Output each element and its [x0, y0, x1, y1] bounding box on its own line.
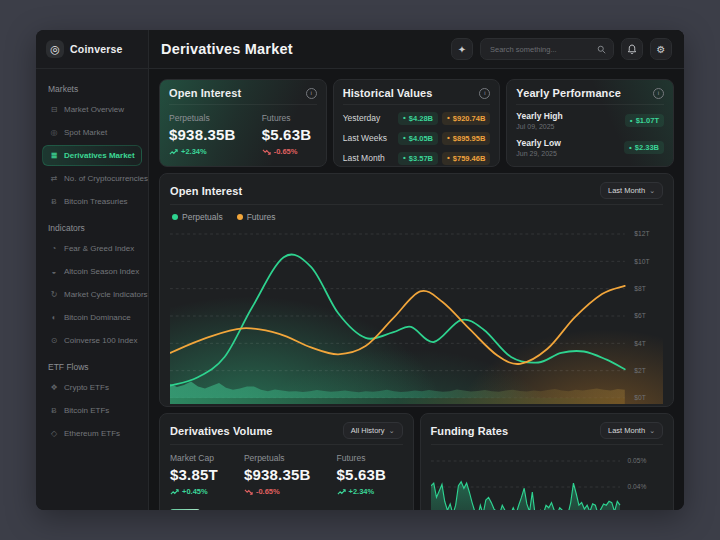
- derivatives-volume-card: Derivatives Volume All History ⌄ Market …: [159, 413, 414, 510]
- svg-text:$4T: $4T: [634, 340, 646, 347]
- value-badge-orange: •$759.46B: [442, 152, 490, 165]
- ai-assistant-button[interactable]: ✦: [451, 38, 473, 60]
- stat-label: Market Cap: [170, 453, 218, 463]
- stat-value: $5.63B: [337, 466, 387, 483]
- bell-icon: [627, 44, 637, 55]
- bottom-cards-row: Derivatives Volume All History ⌄ Market …: [159, 413, 674, 500]
- sidebar-item-bitcoin-dominance[interactable]: ◐Bitcoin Dominance: [42, 307, 142, 328]
- sidebar-item-fear-greed-index[interactable]: ◔Fear & Greed Index: [42, 238, 142, 259]
- topbar-actions: ✦ ⚙: [451, 38, 672, 60]
- value-badge-green: •$1.07T: [625, 114, 664, 127]
- historical-row-label: Last Month: [343, 153, 398, 163]
- stat-change: -0.65%: [262, 147, 312, 156]
- badge-value: $3.57B: [409, 154, 433, 163]
- sidebar-item-ethereum-etfs[interactable]: ◇Ethereum ETFs: [42, 423, 142, 444]
- stat-change: +2.34%: [169, 147, 236, 156]
- sidebar-item-coinverse-100-index[interactable]: ⊙Coinverse 100 Index: [42, 330, 142, 351]
- sidebar-item-crypto-etfs[interactable]: ❖Crypto ETFs: [42, 377, 142, 398]
- sidebar-item-spot-market[interactable]: ◎Spot Market: [42, 122, 142, 143]
- info-icon[interactable]: i: [479, 88, 490, 99]
- topbar: Derivatives Market ✦: [149, 30, 684, 69]
- change-value: -0.65%: [256, 487, 280, 496]
- sidebar-item-altcoin-season-index[interactable]: ◒Altcoin Season Index: [42, 261, 142, 282]
- sidebar-item-bitcoin-treasuries[interactable]: ɃBitcoin Treasuries: [42, 191, 142, 212]
- yearly-row-date: Jul 09, 2025: [516, 123, 625, 130]
- stat-value: $938.35B: [169, 126, 236, 143]
- funding-rates-chart: 0.05%0.04%0.03%: [431, 449, 664, 510]
- dot-icon: •: [447, 114, 450, 122]
- stat-value: $3.85T: [170, 466, 218, 483]
- yearly-performance-rows: Yearly HighJul 09, 2025•$1.07TYearly Low…: [516, 105, 664, 161]
- main-area: Derivatives Market ✦: [149, 30, 684, 510]
- funding-rates-card: Funding Rates Last Month ⌄ 0.05%0.04%0.0…: [420, 413, 675, 510]
- sidebar-item-market-overview[interactable]: ⊟Market Overview: [42, 99, 142, 120]
- card-title: Funding Rates: [431, 425, 509, 437]
- stat-futures: Futures$5.63B+2.34%: [337, 453, 387, 496]
- yearly-performance-card: Yearly Performance i Yearly HighJul 09, …: [506, 79, 674, 167]
- historical-row: Last Weeks•$4.05B•$895.95B: [343, 128, 491, 148]
- market-overview-icon: ⊟: [49, 105, 59, 114]
- card-title: Derivatives Volume: [170, 425, 272, 437]
- stat-market-cap: Market Cap$3.85T+0.45%: [170, 453, 218, 496]
- trend-down-icon: [262, 148, 271, 156]
- settings-button[interactable]: ⚙: [650, 38, 672, 60]
- bitcoin-treasuries-icon: Ƀ: [49, 197, 59, 206]
- yearly-row: Yearly HighJul 09, 2025•$1.07T: [516, 107, 664, 134]
- funding-rates-chart-svg: 0.05%0.04%0.03%: [431, 449, 664, 510]
- sidebar-item-no-of-cryptocurrencies[interactable]: ⇄No. of Cryptocurrencies: [42, 168, 142, 189]
- card-title: Yearly Performance: [516, 87, 621, 99]
- historical-values-card: Historical Values i Yesterday•$4.28B•$92…: [333, 79, 501, 167]
- value-badge-orange: •$895.95B: [442, 132, 490, 145]
- ethereum-etfs-icon: ◇: [49, 429, 59, 438]
- badge-value: $2.33B: [635, 143, 659, 152]
- stat-perpetuals: Perpetuals$938.35B+2.34%: [169, 113, 236, 156]
- legend-label: Futures: [247, 212, 276, 222]
- bitcoin-dominance-icon: ◐: [49, 313, 59, 322]
- market-cycle-indicators-icon: ↻: [49, 290, 59, 299]
- summary-cards-row: Open Interest i Perpetuals$938.35B+2.34%…: [159, 79, 674, 167]
- dot-icon: •: [403, 154, 406, 162]
- notifications-button[interactable]: [621, 38, 643, 60]
- sidebar-item-label: Ethereum ETFs: [64, 429, 120, 438]
- open-interest-chart-svg: $12T$10T$8T$6T$4T$2T$0T: [170, 226, 663, 404]
- yearly-row-label: Yearly Low: [516, 138, 624, 148]
- stat-label: Perpetuals: [244, 453, 311, 463]
- badge-value: $1.07T: [636, 116, 659, 125]
- historical-row: Yesterday•$4.28B•$920.74B: [343, 108, 491, 128]
- search-input[interactable]: [488, 44, 593, 55]
- sidebar-nav: Markets⊟Market Overview◎Spot Market≣Deri…: [36, 69, 148, 452]
- coinverse-logo-icon: ◎: [46, 40, 64, 58]
- sidebar-item-market-cycle-indicators[interactable]: ↻Market Cycle Indicators: [42, 284, 142, 305]
- badge-value: $895.95B: [453, 134, 486, 143]
- range-select-volume[interactable]: All History ⌄: [343, 422, 403, 439]
- stat-change: -0.65%: [244, 487, 311, 496]
- card-title: Open Interest: [169, 87, 241, 99]
- svg-text:$0T: $0T: [634, 394, 646, 401]
- stat-change: +0.45%: [170, 487, 218, 496]
- svg-text:$2T: $2T: [634, 367, 646, 374]
- brand-logo[interactable]: ◎ Coinverse: [36, 30, 148, 69]
- sidebar-item-label: Spot Market: [64, 128, 107, 137]
- derivatives-market-icon: ≣: [49, 151, 59, 160]
- chart-title: Open Interest: [170, 185, 242, 197]
- sidebar-item-derivatives-market[interactable]: ≣Derivatives Market: [42, 145, 142, 166]
- sidebar-item-bitcoin-etfs[interactable]: ɃBitcoin ETFs: [42, 400, 142, 421]
- open-interest-chart: $12T$10T$8T$6T$4T$2T$0T: [170, 226, 663, 404]
- chevron-down-icon: ⌄: [649, 189, 655, 193]
- value-badge-green: •$3.57B: [398, 152, 438, 165]
- info-icon[interactable]: i: [653, 88, 664, 99]
- volume-share-bar: [170, 509, 200, 510]
- value-badge-green: •$4.05B: [398, 132, 438, 145]
- sidebar-item-label: No. of Cryptocurrencies: [64, 174, 148, 183]
- value-badge-green: •$2.33B: [624, 141, 664, 154]
- range-select-open-interest[interactable]: Last Month ⌄: [600, 182, 663, 199]
- stat-label: Futures: [337, 453, 387, 463]
- nav-section-label: ETF Flows: [42, 353, 142, 375]
- legend-dot-icon: [237, 214, 243, 220]
- legend-dot-icon: [172, 214, 178, 220]
- info-icon[interactable]: i: [306, 88, 317, 99]
- derivatives-volume-stats: Market Cap$3.85T+0.45%Perpetuals$938.35B…: [170, 445, 403, 496]
- search-box[interactable]: [480, 38, 614, 60]
- stat-perpetuals: Perpetuals$938.35B-0.65%: [244, 453, 311, 496]
- range-select-funding[interactable]: Last Month ⌄: [600, 422, 663, 439]
